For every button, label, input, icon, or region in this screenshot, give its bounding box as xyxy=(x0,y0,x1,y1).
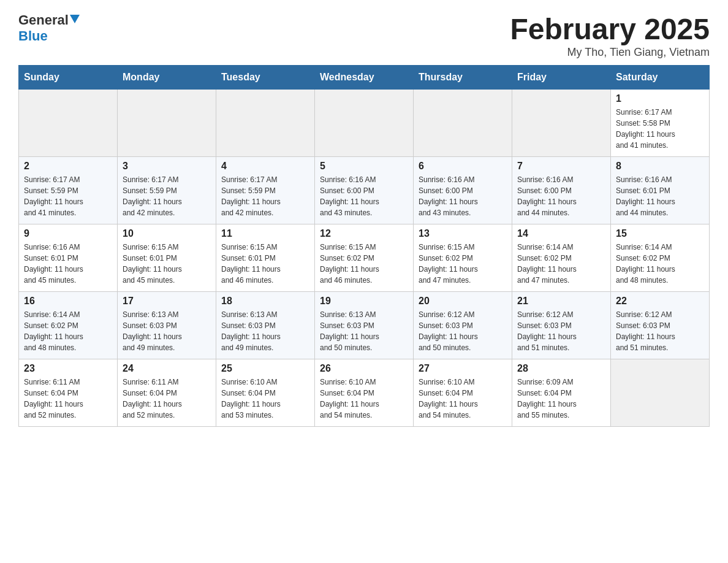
calendar-cell: 16Sunrise: 6:14 AM Sunset: 6:02 PM Dayli… xyxy=(19,292,118,359)
day-info: Sunrise: 6:16 AM Sunset: 6:00 PM Dayligh… xyxy=(419,174,507,218)
calendar-header-saturday: Saturday xyxy=(611,66,710,90)
day-info: Sunrise: 6:16 AM Sunset: 6:01 PM Dayligh… xyxy=(616,174,704,218)
day-info: Sunrise: 6:14 AM Sunset: 6:02 PM Dayligh… xyxy=(616,242,704,286)
title-section: February 2025 My Tho, Tien Giang, Vietna… xyxy=(510,12,710,59)
calendar-cell: 9Sunrise: 6:16 AM Sunset: 6:01 PM Daylig… xyxy=(19,224,118,292)
day-info: Sunrise: 6:15 AM Sunset: 6:01 PM Dayligh… xyxy=(123,242,211,286)
day-number: 22 xyxy=(616,296,704,307)
page-header: General Blue February 2025 My Tho, Tien … xyxy=(18,12,710,59)
day-info: Sunrise: 6:12 AM Sunset: 6:03 PM Dayligh… xyxy=(616,309,704,353)
calendar-cell: 21Sunrise: 6:12 AM Sunset: 6:03 PM Dayli… xyxy=(512,292,611,359)
day-info: Sunrise: 6:17 AM Sunset: 5:59 PM Dayligh… xyxy=(221,174,309,218)
calendar-cell: 17Sunrise: 6:13 AM Sunset: 6:03 PM Dayli… xyxy=(118,292,216,359)
day-number: 4 xyxy=(221,161,309,172)
calendar-cell: 18Sunrise: 6:13 AM Sunset: 6:03 PM Dayli… xyxy=(216,292,315,359)
day-info: Sunrise: 6:10 AM Sunset: 6:04 PM Dayligh… xyxy=(320,377,408,421)
day-number: 24 xyxy=(123,363,211,374)
day-number: 1 xyxy=(616,93,704,104)
calendar-header-friday: Friday xyxy=(512,66,611,90)
day-number: 10 xyxy=(123,228,211,239)
calendar-cell: 13Sunrise: 6:15 AM Sunset: 6:02 PM Dayli… xyxy=(414,224,512,292)
day-info: Sunrise: 6:13 AM Sunset: 6:03 PM Dayligh… xyxy=(123,309,211,353)
calendar-cell: 11Sunrise: 6:15 AM Sunset: 6:01 PM Dayli… xyxy=(216,224,315,292)
day-info: Sunrise: 6:12 AM Sunset: 6:03 PM Dayligh… xyxy=(419,309,507,353)
calendar-cell xyxy=(512,90,611,157)
calendar-header-thursday: Thursday xyxy=(414,66,512,90)
calendar-cell: 20Sunrise: 6:12 AM Sunset: 6:03 PM Dayli… xyxy=(414,292,512,359)
day-number: 12 xyxy=(320,228,408,239)
calendar-cell: 8Sunrise: 6:16 AM Sunset: 6:01 PM Daylig… xyxy=(611,157,710,224)
calendar-cell: 14Sunrise: 6:14 AM Sunset: 6:02 PM Dayli… xyxy=(512,224,611,292)
day-number: 23 xyxy=(24,363,112,374)
calendar-cell: 28Sunrise: 6:09 AM Sunset: 6:04 PM Dayli… xyxy=(512,359,611,427)
calendar-cell: 25Sunrise: 6:10 AM Sunset: 6:04 PM Dayli… xyxy=(216,359,315,427)
day-number: 11 xyxy=(221,228,309,239)
day-number: 5 xyxy=(320,161,408,172)
calendar-cell: 26Sunrise: 6:10 AM Sunset: 6:04 PM Dayli… xyxy=(315,359,414,427)
day-info: Sunrise: 6:13 AM Sunset: 6:03 PM Dayligh… xyxy=(221,309,309,353)
day-number: 15 xyxy=(616,228,704,239)
day-info: Sunrise: 6:12 AM Sunset: 6:03 PM Dayligh… xyxy=(517,309,605,353)
day-number: 13 xyxy=(419,228,507,239)
day-number: 17 xyxy=(123,296,211,307)
calendar-cell: 5Sunrise: 6:16 AM Sunset: 6:00 PM Daylig… xyxy=(315,157,414,224)
calendar-header-tuesday: Tuesday xyxy=(216,66,315,90)
day-info: Sunrise: 6:16 AM Sunset: 6:00 PM Dayligh… xyxy=(320,174,408,218)
day-info: Sunrise: 6:14 AM Sunset: 6:02 PM Dayligh… xyxy=(517,242,605,286)
calendar-cell xyxy=(414,90,512,157)
logo-triangle-icon xyxy=(70,15,80,23)
calendar-header-row: SundayMondayTuesdayWednesdayThursdayFrid… xyxy=(19,66,710,90)
day-info: Sunrise: 6:15 AM Sunset: 6:02 PM Dayligh… xyxy=(320,242,408,286)
day-number: 28 xyxy=(517,363,605,374)
logo-general-text: General xyxy=(18,12,69,28)
calendar-cell: 4Sunrise: 6:17 AM Sunset: 5:59 PM Daylig… xyxy=(216,157,315,224)
calendar-cell: 22Sunrise: 6:12 AM Sunset: 6:03 PM Dayli… xyxy=(611,292,710,359)
day-number: 20 xyxy=(419,296,507,307)
calendar-cell: 23Sunrise: 6:11 AM Sunset: 6:04 PM Dayli… xyxy=(19,359,118,427)
calendar-cell: 7Sunrise: 6:16 AM Sunset: 6:00 PM Daylig… xyxy=(512,157,611,224)
calendar-cell: 24Sunrise: 6:11 AM Sunset: 6:04 PM Dayli… xyxy=(118,359,216,427)
day-info: Sunrise: 6:17 AM Sunset: 5:58 PM Dayligh… xyxy=(616,107,704,151)
calendar-cell: 6Sunrise: 6:16 AM Sunset: 6:00 PM Daylig… xyxy=(414,157,512,224)
calendar-week-3: 9Sunrise: 6:16 AM Sunset: 6:01 PM Daylig… xyxy=(19,224,710,292)
day-number: 7 xyxy=(517,161,605,172)
day-info: Sunrise: 6:15 AM Sunset: 6:01 PM Dayligh… xyxy=(221,242,309,286)
day-number: 21 xyxy=(517,296,605,307)
calendar-cell: 10Sunrise: 6:15 AM Sunset: 6:01 PM Dayli… xyxy=(118,224,216,292)
day-number: 18 xyxy=(221,296,309,307)
calendar-table: SundayMondayTuesdayWednesdayThursdayFrid… xyxy=(18,65,710,427)
day-number: 14 xyxy=(517,228,605,239)
day-info: Sunrise: 6:09 AM Sunset: 6:04 PM Dayligh… xyxy=(517,377,605,421)
calendar-cell: 1Sunrise: 6:17 AM Sunset: 5:58 PM Daylig… xyxy=(611,90,710,157)
calendar-cell xyxy=(118,90,216,157)
calendar-cell xyxy=(315,90,414,157)
calendar-week-5: 23Sunrise: 6:11 AM Sunset: 6:04 PM Dayli… xyxy=(19,359,710,427)
calendar-header-monday: Monday xyxy=(118,66,216,90)
logo: General Blue xyxy=(18,12,80,44)
calendar-week-2: 2Sunrise: 6:17 AM Sunset: 5:59 PM Daylig… xyxy=(19,157,710,224)
calendar-cell: 19Sunrise: 6:13 AM Sunset: 6:03 PM Dayli… xyxy=(315,292,414,359)
day-number: 16 xyxy=(24,296,112,307)
day-info: Sunrise: 6:11 AM Sunset: 6:04 PM Dayligh… xyxy=(24,377,112,421)
day-info: Sunrise: 6:10 AM Sunset: 6:04 PM Dayligh… xyxy=(221,377,309,421)
day-info: Sunrise: 6:13 AM Sunset: 6:03 PM Dayligh… xyxy=(320,309,408,353)
day-number: 9 xyxy=(24,228,112,239)
logo-blue-text: Blue xyxy=(18,28,48,44)
calendar-cell xyxy=(19,90,118,157)
day-info: Sunrise: 6:10 AM Sunset: 6:04 PM Dayligh… xyxy=(419,377,507,421)
day-info: Sunrise: 6:14 AM Sunset: 6:02 PM Dayligh… xyxy=(24,309,112,353)
day-number: 8 xyxy=(616,161,704,172)
day-number: 27 xyxy=(419,363,507,374)
month-title: February 2025 xyxy=(510,12,710,46)
day-number: 26 xyxy=(320,363,408,374)
day-info: Sunrise: 6:16 AM Sunset: 6:01 PM Dayligh… xyxy=(24,242,112,286)
day-info: Sunrise: 6:16 AM Sunset: 6:00 PM Dayligh… xyxy=(517,174,605,218)
day-number: 25 xyxy=(221,363,309,374)
calendar-header-sunday: Sunday xyxy=(19,66,118,90)
calendar-week-1: 1Sunrise: 6:17 AM Sunset: 5:58 PM Daylig… xyxy=(19,90,710,157)
day-number: 6 xyxy=(419,161,507,172)
day-info: Sunrise: 6:17 AM Sunset: 5:59 PM Dayligh… xyxy=(123,174,211,218)
calendar-cell: 12Sunrise: 6:15 AM Sunset: 6:02 PM Dayli… xyxy=(315,224,414,292)
calendar-cell xyxy=(216,90,315,157)
day-info: Sunrise: 6:17 AM Sunset: 5:59 PM Dayligh… xyxy=(24,174,112,218)
